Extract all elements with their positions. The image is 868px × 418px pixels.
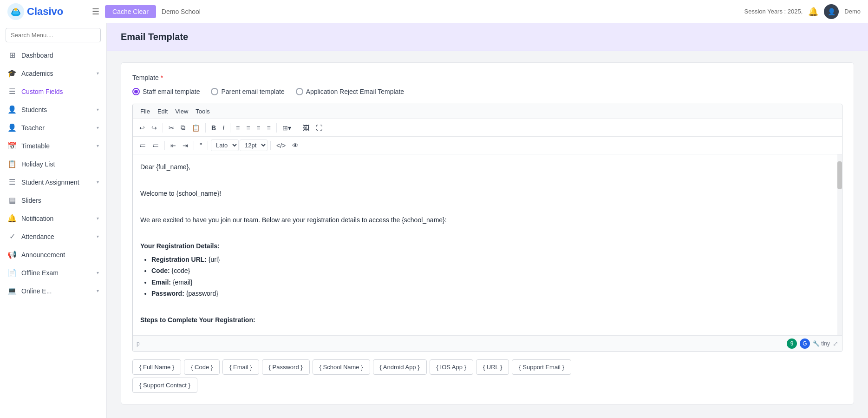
- radio-staff[interactable]: Staff email template: [132, 88, 200, 95]
- align-center-button[interactable]: ≡: [243, 122, 253, 133]
- var-ios-app[interactable]: { IOS App }: [430, 359, 473, 375]
- paste-button[interactable]: 📋: [189, 122, 202, 133]
- toolbar-sep-6: [164, 141, 165, 150]
- toolbar-sep-5: [297, 123, 297, 133]
- indent-button[interactable]: ⇥: [180, 140, 191, 151]
- font-family-select[interactable]: Lato: [211, 139, 239, 151]
- menu-tools[interactable]: Tools: [192, 106, 213, 117]
- preview-button[interactable]: 👁: [289, 140, 301, 151]
- align-left-button[interactable]: ≡: [233, 122, 242, 133]
- logo: Clasivo: [7, 3, 86, 20]
- page-content: Template * Staff email template Parent e…: [107, 51, 868, 416]
- bold-button[interactable]: B: [209, 122, 219, 133]
- svg-point-3: [14, 8, 17, 11]
- var-support-email[interactable]: { Support Email }: [512, 359, 571, 375]
- chevron-down-icon: ▾: [97, 288, 99, 293]
- editor-menubar: File Edit View Tools: [133, 104, 842, 119]
- var-support-contact[interactable]: { Support Contact }: [132, 378, 197, 393]
- align-right-button[interactable]: ≡: [254, 122, 263, 133]
- chevron-down-icon: ▾: [97, 107, 99, 112]
- sidebar-item-custom-fields[interactable]: ☰ Custom Fields: [0, 82, 106, 100]
- undo-button[interactable]: ↩: [137, 122, 148, 133]
- sidebar-item-label: Announcement: [21, 251, 99, 259]
- outdent-button[interactable]: ⇤: [168, 140, 179, 151]
- sidebar-item-timetable[interactable]: 📅 Timetable ▾: [0, 137, 106, 155]
- sidebar-item-label: Attendance: [21, 233, 92, 240]
- fullscreen-button[interactable]: ⛶: [313, 122, 325, 133]
- scrollbar[interactable]: [837, 154, 842, 335]
- radio-staff-label: Staff email template: [143, 88, 200, 95]
- image-button[interactable]: 🖼: [300, 122, 312, 133]
- sidebar-item-label: Student Assignment: [21, 179, 92, 186]
- menu-view[interactable]: View: [171, 106, 192, 117]
- sidebar-item-announcement[interactable]: 📢 Announcement: [0, 245, 106, 264]
- font-size-select[interactable]: 12pt: [240, 139, 268, 151]
- attendance-icon: ✓: [7, 232, 17, 241]
- menu-edit[interactable]: Edit: [154, 106, 171, 117]
- sidebar-item-sliders[interactable]: ▤ Sliders: [0, 191, 106, 209]
- sidebar-item-label: Timetable: [21, 142, 92, 150]
- editor-line-9: Steps to Complete Your Registration:: [140, 315, 835, 325]
- table-button[interactable]: ⊞▾: [280, 122, 294, 133]
- sidebar-item-teacher[interactable]: 👤 Teacher ▾: [0, 119, 106, 137]
- editor-line-1: Dear {full_name},: [140, 162, 835, 172]
- tiny-icon-blue: G: [800, 338, 810, 349]
- sidebar-item-students[interactable]: 👤 Students ▾: [0, 100, 106, 119]
- editor-footer-p: p: [137, 340, 140, 347]
- code-button[interactable]: </>: [274, 140, 288, 151]
- copy-button[interactable]: ⧉: [178, 122, 188, 133]
- editor-line-6: [140, 228, 835, 238]
- redo-button[interactable]: ↪: [149, 122, 160, 133]
- sidebar-item-holiday-list[interactable]: 📋 Holiday List: [0, 155, 106, 173]
- toolbar-sep-3: [230, 123, 230, 133]
- var-full-name[interactable]: { Full Name }: [132, 359, 181, 375]
- radio-parent[interactable]: Parent email template: [211, 88, 284, 95]
- unordered-list-button[interactable]: ≔: [137, 140, 149, 151]
- search-input[interactable]: [6, 28, 101, 42]
- assignment-icon: ☰: [7, 178, 17, 186]
- blockquote-button[interactable]: ": [197, 140, 205, 151]
- var-url[interactable]: { URL }: [476, 359, 509, 375]
- var-email[interactable]: { Email }: [222, 359, 259, 375]
- editor-line-3: Welcome to {school_name}!: [140, 188, 835, 199]
- var-android-app[interactable]: { Android App }: [373, 359, 427, 375]
- sidebar-item-academics[interactable]: 🎓 Academics ▾: [0, 64, 106, 82]
- align-justify-button[interactable]: ≡: [264, 122, 274, 133]
- required-mark: *: [161, 74, 163, 81]
- sidebar-item-notification[interactable]: 🔔 Notification ▾: [0, 209, 106, 227]
- sidebar-item-offline-exam[interactable]: 📄 Offline Exam ▾: [0, 264, 106, 282]
- scrollbar-thumb[interactable]: [837, 161, 842, 189]
- online-exam-icon: 💻: [7, 286, 17, 295]
- chevron-down-icon: ▾: [97, 234, 99, 239]
- tiny-icons: 9 G 🔧 tiny ⤢: [787, 338, 838, 349]
- radio-circle-staff: [132, 88, 140, 95]
- var-code[interactable]: { Code }: [184, 359, 220, 375]
- sidebar-item-online-exam[interactable]: 💻 Online E... ▾: [0, 282, 106, 300]
- avatar[interactable]: 👤: [824, 4, 839, 19]
- school-name: Demo School: [162, 8, 201, 15]
- menu-file[interactable]: File: [137, 106, 154, 117]
- radio-reject[interactable]: Application Reject Email Template: [296, 88, 404, 95]
- topbar: Clasivo ☰ Cache Clear Demo School Sessio…: [0, 0, 868, 23]
- academics-icon: 🎓: [7, 69, 17, 78]
- sidebar-item-attendance[interactable]: ✓ Attendance ▾: [0, 227, 106, 245]
- var-password[interactable]: { Password }: [262, 359, 310, 375]
- ordered-list-button[interactable]: ≔: [150, 140, 162, 151]
- cache-clear-button[interactable]: Cache Clear: [105, 5, 156, 18]
- toolbar-sep-4: [276, 123, 277, 133]
- timetable-icon: 📅: [7, 141, 17, 150]
- notification-icon[interactable]: 🔔: [808, 7, 818, 17]
- editor-body[interactable]: Dear {full_name}, Welcome to {school_nam…: [133, 154, 842, 335]
- chevron-down-icon: ▾: [97, 125, 99, 130]
- tiny-resize[interactable]: ⤢: [833, 340, 838, 347]
- sidebar-item-dashboard[interactable]: ⊞ Dashboard: [0, 46, 106, 64]
- editor-line-2: [140, 175, 835, 185]
- custom-fields-icon: ☰: [7, 87, 17, 96]
- sidebar-item-student-assignment[interactable]: ☰ Student Assignment ▾: [0, 173, 106, 191]
- cut-button[interactable]: ✂: [166, 122, 177, 133]
- italic-button[interactable]: I: [220, 122, 227, 133]
- tiny-label: 🔧 tiny: [813, 340, 830, 347]
- toolbar-sep-9: [270, 141, 271, 150]
- menu-icon[interactable]: ☰: [92, 7, 99, 17]
- var-school-name[interactable]: { School Name }: [313, 359, 370, 375]
